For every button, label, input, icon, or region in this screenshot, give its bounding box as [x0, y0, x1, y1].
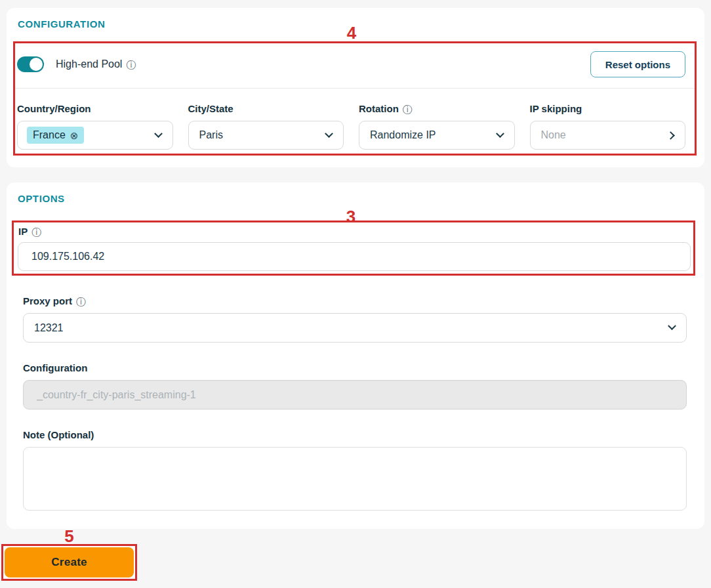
ip-skipping-value: None — [540, 129, 566, 141]
city-state-label: City/State — [188, 103, 344, 115]
proxy-port-label-text: Proxy port — [23, 295, 72, 307]
chevron-down-icon — [325, 129, 333, 138]
info-icon[interactable]: ⓘ — [126, 60, 136, 70]
ip-skipping-select[interactable]: None — [530, 121, 686, 150]
note-textarea[interactable] — [23, 447, 687, 511]
country-chip[interactable]: France ⊗ — [27, 127, 84, 144]
high-end-pool-label: High-end Pool — [56, 58, 122, 70]
country-region-label: Country/Region — [17, 103, 173, 115]
configuration-card: CONFIGURATION 4 High-end Pool ⓘ Reset op… — [7, 8, 704, 167]
configuration-name-input — [23, 380, 687, 410]
annotation-number-4: 4 — [7, 26, 697, 40]
country-chip-label: France — [33, 129, 66, 141]
create-button-area: 5 Create — [0, 529, 711, 581]
reset-options-button[interactable]: Reset options — [590, 51, 685, 77]
note-label: Note (Optional) — [23, 429, 687, 441]
rotation-field: Rotation ⓘ Randomize IP — [359, 103, 515, 150]
chevron-down-icon — [496, 129, 504, 138]
city-state-value: Paris — [198, 129, 223, 141]
country-region-field: Country/Region France ⊗ — [17, 103, 173, 150]
high-end-pool-row: High-end Pool ⓘ Reset options — [15, 43, 695, 88]
city-state-select[interactable]: Paris — [188, 121, 344, 150]
annotation-box-4: High-end Pool ⓘ Reset options Country/Re… — [13, 41, 697, 156]
city-state-field: City/State Paris — [188, 103, 344, 150]
ip-label: IP ⓘ — [18, 226, 691, 238]
targeting-fields-row: Country/Region France ⊗ City/State Paris — [15, 89, 695, 154]
chevron-right-icon — [666, 131, 675, 140]
high-end-pool-toggle[interactable] — [17, 56, 44, 72]
create-button[interactable]: Create — [5, 547, 134, 578]
configuration-name-label: Configuration — [23, 362, 687, 374]
country-region-select[interactable]: France ⊗ — [17, 121, 173, 150]
proxy-port-select[interactable]: 12321 — [23, 313, 687, 343]
options-section-title: OPTIONS — [7, 182, 704, 205]
ip-skipping-label: IP skipping — [530, 103, 686, 115]
chip-remove-icon[interactable]: ⊗ — [70, 131, 79, 140]
info-icon[interactable]: ⓘ — [76, 297, 86, 306]
rotation-label-text: Rotation — [359, 103, 399, 115]
ip-label-text: IP — [18, 226, 28, 238]
toggle-knob-icon — [30, 58, 43, 71]
proxy-setup-page: CONFIGURATION 4 High-end Pool ⓘ Reset op… — [0, 8, 711, 581]
info-icon[interactable]: ⓘ — [31, 227, 41, 237]
chevron-down-icon — [154, 129, 163, 138]
options-card: OPTIONS 3 IP ⓘ Proxy port ⓘ 12321 Config… — [7, 182, 704, 529]
ip-skipping-field: IP skipping None — [530, 103, 686, 150]
note-field: Note (Optional) — [23, 429, 687, 513]
proxy-port-value: 12321 — [33, 322, 64, 334]
proxy-port-label: Proxy port ⓘ — [23, 295, 687, 307]
high-end-pool-control: High-end Pool ⓘ — [17, 56, 136, 72]
proxy-port-field: Proxy port ⓘ 12321 — [23, 295, 687, 343]
chevron-down-icon — [668, 322, 676, 330]
rotation-value: Randomize IP — [369, 129, 436, 141]
rotation-select[interactable]: Randomize IP — [359, 121, 515, 150]
info-icon[interactable]: ⓘ — [403, 104, 413, 114]
annotation-number-3: 3 — [7, 209, 695, 224]
annotation-box-5: Create — [1, 544, 137, 581]
annotation-box-3: IP ⓘ — [12, 220, 695, 276]
annotation-number-5: 5 — [0, 529, 138, 543]
rotation-label: Rotation ⓘ — [359, 103, 515, 115]
configuration-name-field: Configuration — [23, 362, 687, 410]
ip-input[interactable] — [18, 242, 691, 271]
